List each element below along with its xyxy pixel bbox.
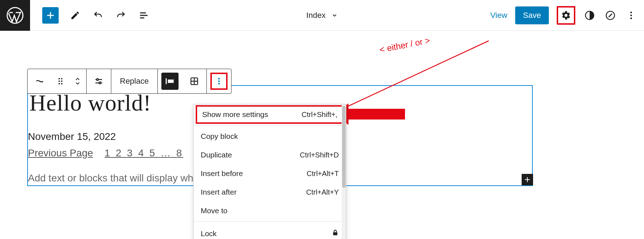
menu-copy-block[interactable]: Copy block — [194, 127, 346, 146]
more-vertical-icon — [214, 76, 224, 86]
top-toolbar-right: View Save — [491, 6, 638, 25]
svg-point-13 — [99, 82, 101, 84]
replace-button[interactable]: Replace — [111, 69, 157, 93]
svg-point-8 — [58, 81, 60, 82]
top-toolbar-left — [42, 7, 150, 24]
grid-view-icon[interactable] — [182, 69, 206, 93]
menu-separator — [194, 221, 346, 222]
gear-icon — [561, 10, 571, 20]
menu-lock[interactable]: Lock — [194, 223, 346, 239]
wordpress-logo[interactable] — [0, 0, 30, 31]
settings-button[interactable] — [560, 9, 572, 22]
content-placeholder[interactable]: Add text or blocks that will display whe… — [28, 172, 204, 184]
svg-point-6 — [58, 78, 60, 79]
navigation-icon[interactable] — [604, 9, 617, 22]
settings-button-highlight — [557, 6, 575, 25]
more-options-icon[interactable] — [625, 9, 638, 22]
undo-icon[interactable] — [92, 9, 104, 22]
lock-icon — [332, 228, 339, 239]
menu-label: Duplicate — [201, 151, 232, 159]
svg-point-7 — [61, 78, 62, 79]
annotation-text: < either / or > — [379, 35, 431, 55]
settings-sliders-icon[interactable] — [87, 69, 111, 93]
prev-page-link[interactable]: Previous Page — [28, 147, 93, 159]
block-type-icon[interactable] — [28, 69, 52, 93]
list-view-icon[interactable] — [137, 9, 150, 22]
chevron-down-icon — [331, 12, 338, 19]
page-numbers[interactable]: 1 2 3 4 5 … 8 — [104, 147, 183, 159]
svg-point-17 — [218, 81, 220, 82]
svg-rect-14 — [168, 79, 174, 83]
menu-label: Lock — [201, 229, 216, 238]
menu-duplicate[interactable]: Duplicate Ctrl+Shift+D — [194, 146, 346, 164]
edit-icon[interactable] — [69, 9, 82, 22]
template-title[interactable]: Index — [306, 11, 338, 20]
add-block-button[interactable] — [42, 7, 59, 24]
menu-insert-before[interactable]: Insert before Ctrl+Alt+T — [194, 164, 346, 183]
svg-point-9 — [61, 81, 62, 82]
svg-point-16 — [218, 78, 220, 80]
menu-show-more-settings[interactable]: Show more settings Ctrl+Shift+, — [197, 107, 342, 122]
menu-label: Insert after — [201, 188, 236, 196]
template-title-text: Index — [306, 11, 326, 20]
menu-separator — [194, 125, 346, 126]
drag-handle-icon[interactable] — [52, 69, 69, 93]
menu-shortcut: Ctrl+Shift+D — [300, 151, 339, 159]
svg-point-11 — [61, 83, 62, 84]
view-button[interactable]: View — [491, 11, 507, 20]
svg-point-10 — [58, 83, 60, 84]
redo-icon[interactable] — [114, 9, 127, 22]
menu-label: Move to — [201, 206, 228, 215]
menu-label: Insert before — [201, 169, 243, 178]
svg-rect-19 — [333, 232, 337, 235]
chevron-down-icon — [74, 81, 81, 86]
show-more-settings-highlight: Show more settings Ctrl+Shift+, — [196, 105, 344, 124]
svg-point-5 — [630, 17, 632, 19]
top-bar: Index View Save — [0, 0, 644, 31]
move-up-down[interactable] — [69, 69, 86, 93]
styles-icon[interactable] — [583, 9, 596, 22]
menu-shortcut: Ctrl+Shift+, — [302, 111, 337, 119]
menu-move-to[interactable]: Move to — [194, 201, 346, 220]
menu-insert-after[interactable]: Insert after Ctrl+Alt+Y — [194, 183, 346, 201]
svg-point-4 — [630, 14, 632, 16]
svg-point-12 — [97, 79, 98, 81]
menu-shortcut: Ctrl+Alt+T — [307, 170, 339, 178]
save-button[interactable]: Save — [515, 6, 549, 24]
svg-point-3 — [630, 11, 632, 13]
menu-label: Copy block — [201, 132, 238, 141]
menu-shortcut: Ctrl+Alt+Y — [306, 188, 339, 196]
block-more-options[interactable] — [207, 69, 231, 93]
block-toolbar: Replace — [27, 69, 231, 94]
post-date: November 15, 2022 — [28, 131, 116, 142]
block-more-highlight — [210, 73, 228, 90]
chevron-up-icon — [74, 77, 81, 81]
post-heading[interactable]: Hello world! — [29, 90, 151, 116]
align-button[interactable] — [158, 69, 182, 93]
menu-label: Show more settings — [202, 110, 268, 119]
block-options-dropdown: Show more settings Ctrl+Shift+, Copy blo… — [193, 104, 346, 239]
align-left-icon — [165, 76, 175, 86]
dropdown-scrollbar[interactable] — [342, 104, 346, 239]
add-block-inline-button[interactable] — [522, 174, 533, 185]
svg-point-18 — [218, 83, 220, 85]
